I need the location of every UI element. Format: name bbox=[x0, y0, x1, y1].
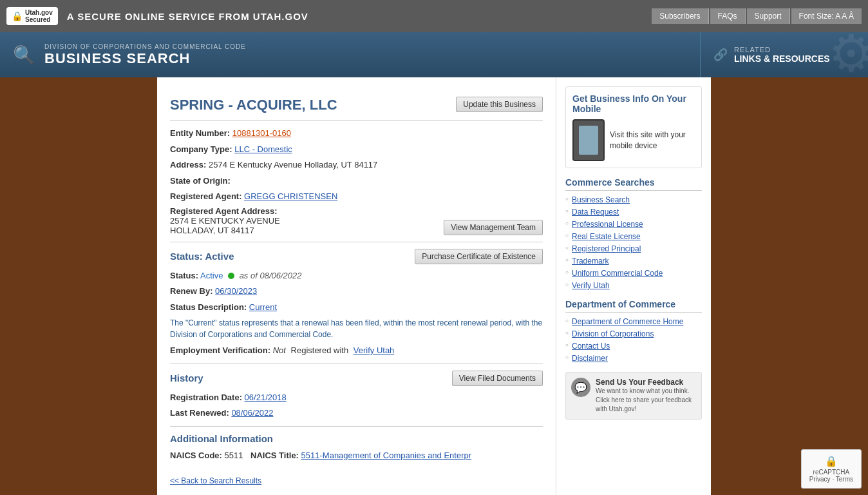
status-label: Status: bbox=[170, 271, 198, 280]
entity-number-label: Entity Number: bbox=[170, 128, 230, 138]
full-wrapper: 🔒 Utah.govSecured A SECURE ONLINE SERVIC… bbox=[0, 0, 868, 495]
state-of-origin-label: State of Origin: bbox=[170, 176, 231, 186]
commerce-link[interactable]: Uniform Commercial Code bbox=[572, 269, 663, 278]
subscribers-button[interactable]: Subscribers bbox=[652, 8, 708, 24]
header-text: DIVISION OF CORPORATIONS AND COMMERCIAL … bbox=[44, 43, 246, 67]
registered-agent-address-line2: HOLLADAY, UT 84117 bbox=[170, 226, 280, 235]
business-name: SPRING - ACQUIRE, LLC bbox=[170, 97, 337, 113]
dept-title: Department of Commerce bbox=[565, 299, 702, 313]
lock-icon: 🔒 bbox=[12, 11, 23, 21]
header-watermark: ⚙ bbox=[828, 32, 868, 77]
commerce-link[interactable]: Registered Principal bbox=[572, 244, 641, 253]
top-bar: 🔒 Utah.govSecured A SECURE ONLINE SERVIC… bbox=[0, 0, 868, 32]
commerce-link-item: Professional License bbox=[565, 219, 702, 229]
entity-number-value[interactable]: 10881301-0160 bbox=[232, 128, 291, 138]
update-business-button[interactable]: Update this Business bbox=[456, 97, 543, 112]
last-renewed-value: 08/06/2022 bbox=[231, 408, 273, 418]
dept-link[interactable]: Contact Us bbox=[572, 342, 610, 351]
naics-code-value: 5511 bbox=[225, 451, 243, 460]
site-title: A SECURE ONLINE SERVICE FROM UTAH.GOV bbox=[67, 11, 652, 22]
search-icon: 🔍 bbox=[13, 44, 35, 66]
address-value: 2574 E Kentucky Avenue Holladay, UT 8411… bbox=[209, 160, 377, 170]
commerce-section: Commerce Searches Business SearchData Re… bbox=[565, 177, 702, 290]
body-area: SPRING - ACQUIRE, LLC Update this Busine… bbox=[0, 77, 868, 495]
dept-link[interactable]: Disclaimer bbox=[572, 354, 608, 363]
commerce-links-list: Business SearchData RequestProfessional … bbox=[565, 195, 702, 290]
employment-row: Employment Verification: Not Registered … bbox=[170, 344, 543, 357]
mobile-section: Get Business Info On Your Mobile Visit t… bbox=[565, 86, 702, 168]
faqs-button[interactable]: FAQs bbox=[710, 8, 746, 24]
employment-label: Employment Verification: bbox=[170, 345, 270, 355]
verify-utah-link[interactable]: Verify Utah bbox=[354, 345, 395, 355]
dept-link-item: Disclaimer bbox=[565, 353, 702, 363]
dept-link-item: Department of Commerce Home bbox=[565, 316, 702, 326]
history-section: History View Filed Documents Registratio… bbox=[170, 364, 543, 420]
registered-agent-label: Registered Agent: bbox=[170, 191, 241, 201]
recaptcha: 🔒 reCAPTCHA Privacy · Terms bbox=[801, 449, 862, 489]
status-value: Active bbox=[200, 271, 223, 280]
utah-secured-text: Utah.govSecured bbox=[25, 9, 53, 23]
link-icon: 🔗 bbox=[713, 48, 728, 62]
commerce-link[interactable]: Trademark bbox=[572, 257, 609, 266]
view-filed-documents-button[interactable]: View Filed Documents bbox=[452, 371, 543, 386]
feedback-title: Send Us Your Feedback bbox=[596, 378, 696, 387]
additional-section: Additional Information NAICS Code: 5511 … bbox=[170, 426, 543, 462]
registered-agent-address-text: Registered Agent Address: 2574 E KENTUCK… bbox=[170, 206, 280, 235]
commerce-link[interactable]: Business Search bbox=[572, 195, 630, 204]
renew-by-label: Renew By: bbox=[170, 286, 212, 296]
commerce-link[interactable]: Real Estate License bbox=[572, 232, 641, 241]
status-row: Status: Active as of 08/06/2022 bbox=[170, 269, 543, 282]
registered-agent-address-block: Registered Agent Address: 2574 E KENTUCK… bbox=[170, 206, 543, 235]
registration-date-value: 06/21/2018 bbox=[245, 393, 287, 402]
registered-agent-address-label: Registered Agent Address: bbox=[170, 206, 280, 216]
company-type-row: Company Type: LLC - Domestic bbox=[170, 143, 543, 156]
address-row: Address: 2574 E Kentucky Avenue Holladay… bbox=[170, 159, 543, 171]
dept-link[interactable]: Department of Commerce Home bbox=[572, 317, 683, 326]
registered-agent-row: Registered Agent: GREGG CHRISTENSEN bbox=[170, 190, 543, 203]
commerce-link-item: Business Search bbox=[565, 195, 702, 204]
employment-text: Registered with bbox=[291, 345, 349, 355]
commerce-link-item: Real Estate License bbox=[565, 231, 702, 241]
naics-title-label: NAICS Title: bbox=[250, 451, 299, 460]
business-title-row: SPRING - ACQUIRE, LLC Update this Busine… bbox=[170, 88, 543, 121]
naics-row: NAICS Code: 5511 NAICS Title: 5511-Manag… bbox=[170, 449, 543, 462]
commerce-link-item: Verify Utah bbox=[565, 280, 702, 290]
font-size-button[interactable]: Font Size: A A Â bbox=[791, 8, 862, 24]
commerce-link[interactable]: Verify Utah bbox=[572, 281, 610, 290]
company-type-value[interactable]: LLC - Domestic bbox=[234, 144, 292, 154]
address-label: Address: bbox=[170, 160, 206, 170]
status-desc-label: Status Description: bbox=[170, 302, 247, 312]
dept-link-item: Contact Us bbox=[565, 341, 702, 351]
feedback-desc: We want to know what you think. Click he… bbox=[596, 387, 696, 414]
back-link[interactable]: << Back to Search Results bbox=[170, 476, 261, 485]
mobile-content: Visit this site with your mobile device bbox=[572, 119, 695, 161]
right-sidebar: Get Business Info On Your Mobile Visit t… bbox=[556, 77, 711, 495]
header-right-text: RELATED LINKS & RESOURCES bbox=[734, 46, 830, 64]
last-renewed-row: Last Renewed: 08/06/2022 bbox=[170, 407, 543, 420]
naics-code-label: NAICS Code: bbox=[170, 451, 222, 460]
center-panel: SPRING - ACQUIRE, LLC Update this Busine… bbox=[157, 77, 711, 495]
mobile-title: Get Business Info On Your Mobile bbox=[572, 93, 695, 114]
history-header-row: History View Filed Documents bbox=[170, 371, 543, 386]
status-desc-value: Current bbox=[249, 302, 277, 312]
commerce-link[interactable]: Professional License bbox=[572, 220, 643, 229]
registered-agent-value[interactable]: GREGG CHRISTENSEN bbox=[244, 191, 337, 201]
dept-link[interactable]: Division of Corporations bbox=[572, 329, 654, 338]
feedback-section[interactable]: 💬 Send Us Your Feedback We want to know … bbox=[565, 372, 702, 420]
purchase-certificate-button[interactable]: Purchase Certificate of Existence bbox=[415, 249, 543, 264]
commerce-link-item: Uniform Commercial Code bbox=[565, 268, 702, 278]
commerce-link[interactable]: Data Request bbox=[572, 208, 619, 217]
status-section: Status: Active Purchase Certificate of E… bbox=[170, 242, 543, 357]
renew-by-value: 06/30/2023 bbox=[215, 286, 257, 296]
utah-secured-badge: 🔒 Utah.govSecured bbox=[6, 7, 58, 25]
status-desc-row: Status Description: Current bbox=[170, 301, 543, 314]
status-description-text: The "Current" status represents that a r… bbox=[170, 317, 543, 340]
view-management-button[interactable]: View Management Team bbox=[444, 220, 543, 235]
feedback-text-wrap: Send Us Your Feedback We want to know wh… bbox=[596, 378, 696, 414]
dept-section: Department of Commerce Department of Com… bbox=[565, 299, 702, 363]
registered-agent-address-line1: 2574 E KENTUCKY AVENUE bbox=[170, 216, 280, 226]
status-dot bbox=[228, 273, 234, 279]
support-button[interactable]: Support bbox=[747, 8, 790, 24]
registration-date-row: Registration Date: 06/21/2018 bbox=[170, 391, 543, 404]
mobile-desc: Visit this site with your mobile device bbox=[610, 130, 695, 151]
